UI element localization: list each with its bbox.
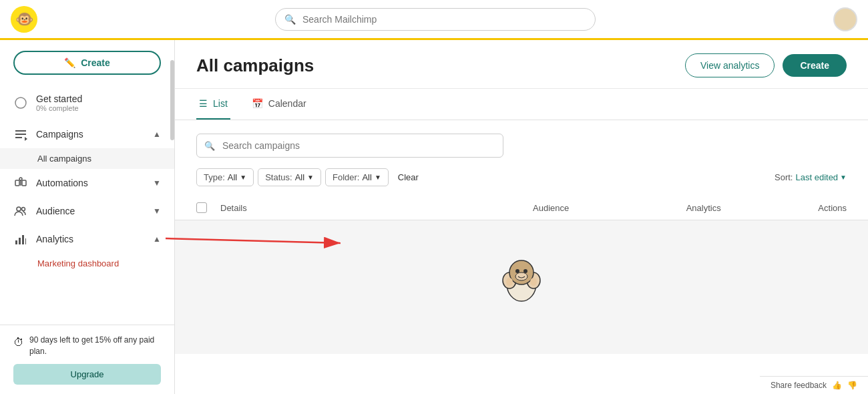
feedback-bar: Share feedback 👍 👎 xyxy=(760,376,868,394)
sidebar-item-automations[interactable]: Automations ▼ xyxy=(0,169,174,197)
get-started-subtitle: 0% complete xyxy=(36,104,82,112)
view-analytics-button[interactable]: View analytics xyxy=(685,53,775,77)
status-chevron-icon: ▼ xyxy=(307,174,314,181)
svg-rect-10 xyxy=(22,235,24,244)
type-filter-label: Type: xyxy=(204,172,225,182)
content-area: All campaigns View analytics Create ☰ Li… xyxy=(175,40,868,394)
svg-point-7 xyxy=(22,208,25,211)
get-started-content: Get started 0% complete xyxy=(36,93,82,112)
sidebar-item-analytics[interactable]: Analytics ▲ xyxy=(0,225,174,253)
folder-filter-value: All xyxy=(362,172,371,182)
svg-rect-3 xyxy=(22,180,26,186)
search-campaigns-container: 🔍 xyxy=(196,134,847,158)
logo[interactable]: 🐵 xyxy=(11,6,37,33)
sidebar-promo: ⏱ 90 days left to get 15% off any paid p… xyxy=(0,325,174,394)
svg-rect-8 xyxy=(15,240,17,244)
clock-icon: ⏱ xyxy=(13,335,24,350)
select-all-checkbox[interactable] xyxy=(196,202,207,213)
filter-row: Type: All ▼ Status: All ▼ Folder: All ▼ xyxy=(196,168,847,196)
svg-point-20 xyxy=(530,278,537,286)
audience-icon xyxy=(13,204,28,218)
sidebar-item-audience[interactable]: Audience ▼ xyxy=(0,197,174,225)
type-filter-value: All xyxy=(228,172,237,182)
header-actions: View analytics Create xyxy=(685,53,847,77)
folder-chevron-icon: ▼ xyxy=(375,174,381,181)
filter-left: Type: All ▼ Status: All ▼ Folder: All ▼ xyxy=(196,168,424,186)
analytics-chevron-icon: ▲ xyxy=(153,234,161,244)
view-analytics-label: View analytics xyxy=(700,60,759,71)
promo-text: 90 days left to get 15% off any paid pla… xyxy=(29,335,161,357)
svg-point-18 xyxy=(515,272,527,280)
campaigns-chevron-icon: ▲ xyxy=(153,130,161,139)
svg-point-6 xyxy=(17,207,21,211)
search-campaigns-input[interactable] xyxy=(196,134,503,158)
search-campaigns-icon: 🔍 xyxy=(204,141,215,151)
top-bar: 🐵 🔍 xyxy=(0,0,868,40)
avatar[interactable] xyxy=(833,7,857,31)
type-filter-button[interactable]: Type: All ▼ xyxy=(196,168,254,186)
sidebar-scrollbar[interactable] xyxy=(170,60,174,140)
automations-chevron-icon: ▼ xyxy=(153,178,161,188)
empty-state xyxy=(175,220,868,354)
feedback-label: Share feedback xyxy=(771,381,827,390)
tab-calendar[interactable]: 📅 Calendar xyxy=(249,89,309,120)
sidebar-item-get-started[interactable]: Get started 0% complete xyxy=(0,85,174,120)
content-header: All campaigns View analytics Create xyxy=(175,40,868,89)
sidebar-sub-all-campaigns[interactable]: All campaigns xyxy=(0,148,174,169)
thumbs-down-icon[interactable]: 👎 xyxy=(847,381,857,390)
sidebar-create-button[interactable]: ✏️ Create xyxy=(13,51,161,75)
promo-text-container: ⏱ 90 days left to get 15% off any paid p… xyxy=(13,335,161,357)
chimp-svg xyxy=(495,247,548,314)
page-title: All campaigns xyxy=(196,55,314,76)
thumbs-up-icon[interactable]: 👍 xyxy=(832,381,842,390)
tab-list[interactable]: ☰ List xyxy=(196,89,230,120)
analytics-icon xyxy=(13,232,28,246)
list-tab-icon: ☰ xyxy=(199,98,208,109)
calendar-tab-icon: 📅 xyxy=(252,98,263,109)
sort-right: Sort: Last edited ▼ xyxy=(775,172,847,182)
status-filter-button[interactable]: Status: All ▼ xyxy=(258,168,321,186)
status-filter-label: Status: xyxy=(265,172,292,182)
tab-calendar-label: Calendar xyxy=(268,98,306,109)
sidebar-create-label: Create xyxy=(81,57,110,68)
main-layout: ✏️ Create Get started 0% complete Campai… xyxy=(0,40,868,394)
select-all-checkbox-container xyxy=(196,202,220,213)
type-chevron-icon: ▼ xyxy=(240,174,246,181)
upgrade-button[interactable]: Upgrade xyxy=(13,364,161,385)
campaigns-icon xyxy=(13,127,28,142)
global-search-icon: 🔍 xyxy=(284,14,296,25)
clear-label: Clear xyxy=(398,172,419,182)
automations-label: Automations xyxy=(36,178,145,188)
filters-area: 🔍 Type: All ▼ Status: All ▼ xyxy=(175,120,868,196)
svg-point-0 xyxy=(15,97,26,108)
campaigns-label: Campaigns xyxy=(36,129,145,140)
sidebar-item-campaigns[interactable]: Campaigns ▲ xyxy=(0,120,174,148)
sidebar-scroll: ✏️ Create Get started 0% complete Campai… xyxy=(0,40,174,325)
col-analytics: Analytics xyxy=(627,203,780,213)
sort-value: Last edited xyxy=(795,172,838,182)
sort-button[interactable]: Last edited ▼ xyxy=(795,172,847,182)
upgrade-label: Upgrade xyxy=(71,369,104,379)
create-campaign-button[interactable]: Create xyxy=(783,54,847,77)
svg-point-4 xyxy=(19,178,22,180)
clear-filters-button[interactable]: Clear xyxy=(393,169,424,186)
tab-list-label: List xyxy=(213,98,228,109)
global-search-input[interactable] xyxy=(275,8,596,31)
automations-icon xyxy=(13,176,28,190)
pencil-icon: ✏️ xyxy=(64,57,75,68)
col-details: Details xyxy=(220,203,475,213)
col-audience: Audience xyxy=(475,203,628,213)
folder-filter-button[interactable]: Folder: All ▼ xyxy=(325,168,389,186)
mailchimp-logo-icon: 🐵 xyxy=(11,6,37,33)
table-header: Details Audience Analytics Actions xyxy=(175,196,868,220)
audience-chevron-icon: ▼ xyxy=(153,206,161,216)
sort-chevron-icon: ▼ xyxy=(840,174,847,181)
folder-filter-label: Folder: xyxy=(333,172,359,182)
svg-rect-2 xyxy=(15,180,19,186)
audience-label: Audience xyxy=(36,206,145,216)
create-campaign-label: Create xyxy=(800,60,829,71)
sort-label: Sort: xyxy=(775,172,793,182)
status-filter-value: All xyxy=(295,172,304,182)
sidebar-sub-marketing-dashboard[interactable]: Marketing dashboard xyxy=(0,253,174,274)
circle-icon xyxy=(13,95,28,110)
